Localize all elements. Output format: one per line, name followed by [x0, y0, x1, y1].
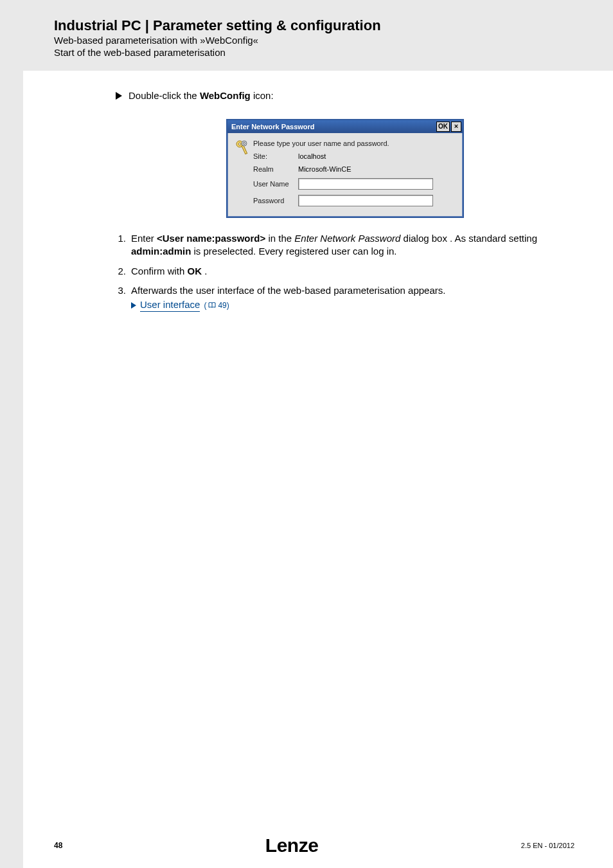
page-subtitle-1: Web-based parameterisation with »WebConf…: [54, 35, 613, 46]
user-interface-link[interactable]: User interface: [140, 298, 200, 312]
step-2: 2. Confirm with OK .: [116, 265, 574, 278]
page-number: 48: [54, 841, 62, 850]
page-footer: 48 Lenze 2.5 EN - 01/2012: [23, 823, 613, 868]
book-icon: [208, 302, 216, 309]
left-margin-bar: [0, 0, 23, 868]
step-number: 3.: [116, 284, 126, 312]
dialog-ok-button[interactable]: OK: [436, 122, 450, 132]
dialog-close-button[interactable]: ×: [451, 122, 461, 132]
brand-logo: Lenze: [265, 835, 319, 856]
page-header: Industrial PC | Parameter setting & conf…: [23, 0, 613, 71]
svg-marker-0: [116, 92, 122, 100]
step-1: 1. Enter <User name:password> in the Ent…: [116, 232, 574, 258]
password-input[interactable]: [298, 195, 433, 206]
dialog-titlebar: Enter Network Password OK ×: [227, 120, 463, 133]
triangle-right-icon: [116, 92, 122, 100]
step-3: 3. Afterwards the user interface of the …: [116, 284, 574, 312]
label-username: User Name: [253, 180, 298, 188]
step-number: 2.: [116, 265, 126, 278]
svg-marker-6: [131, 302, 136, 309]
dialog-prompt: Please type your user name and password.: [253, 140, 455, 147]
instruction-list: 1. Enter <User name:password> in the Ent…: [116, 232, 574, 312]
page-reference: ( 49): [204, 300, 229, 311]
lead-instruction: Double-click the WebConfig icon:: [116, 90, 574, 101]
svg-point-2: [238, 143, 241, 145]
step-number: 1.: [116, 232, 126, 258]
label-realm: Realm: [253, 165, 298, 173]
page-title: Industrial PC | Parameter setting & conf…: [54, 18, 613, 33]
dialog-title-text: Enter Network Password: [231, 123, 315, 131]
page-subtitle-2: Start of the web-based parameterisation: [54, 47, 613, 58]
network-password-dialog: Enter Network Password OK ×: [226, 119, 464, 218]
label-password: Password: [253, 197, 298, 204]
value-site: localhost: [298, 152, 455, 160]
triangle-right-small-icon: [131, 299, 136, 312]
keys-icon: [235, 140, 251, 158]
svg-point-5: [243, 142, 245, 144]
step-text: Confirm with OK .: [131, 265, 574, 278]
doc-meta: 2.5 EN - 01/2012: [521, 842, 574, 849]
svg-rect-3: [242, 145, 247, 154]
step-text: Afterwards the user interface of the web…: [131, 284, 574, 312]
value-realm: Microsoft-WinCE: [298, 165, 455, 173]
label-site: Site:: [253, 152, 298, 160]
lead-text: Double-click the WebConfig icon:: [129, 90, 274, 101]
step-text: Enter <User name:password> in the Enter …: [131, 232, 574, 258]
username-input[interactable]: [298, 178, 433, 190]
